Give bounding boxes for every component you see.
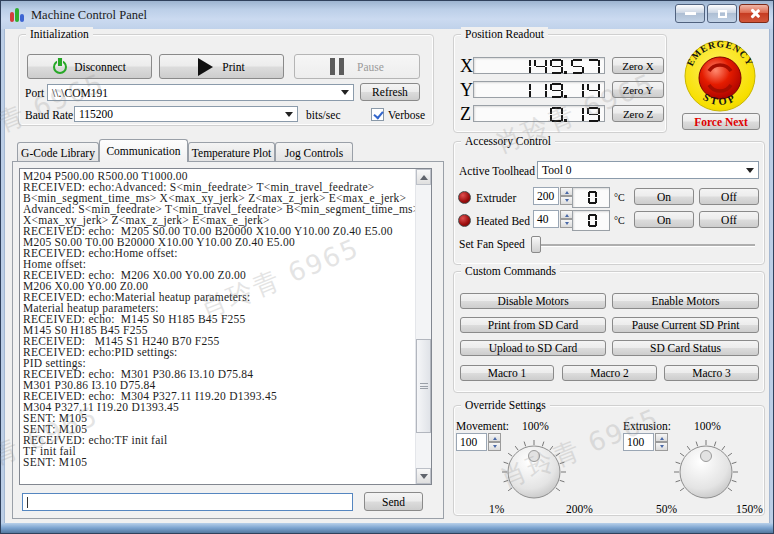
titlebar[interactable]: Machine Control Panel	[1, 1, 773, 29]
arrow-down-icon	[420, 474, 428, 483]
disconnect-button[interactable]: Disconnect	[27, 54, 152, 79]
zero-z-button[interactable]: Zero Z	[612, 105, 664, 122]
tab-label: Jog Controls	[285, 147, 343, 159]
disconnect-label: Disconnect	[74, 61, 126, 73]
pause-current-sd-button[interactable]: Pause Current SD Print	[612, 317, 759, 333]
port-label: Port	[25, 87, 44, 99]
baud-rate-combobox[interactable]: 115200	[74, 106, 298, 122]
toolhead-combobox[interactable]: Tool 0	[537, 161, 759, 179]
spin-up-button[interactable]	[655, 433, 668, 442]
gcode-log[interactable]: M204 P500.00 R500.00 T1000.00RECEIVED: e…	[19, 168, 432, 485]
force-next-button[interactable]: Force Next	[682, 113, 760, 130]
tab-jog-controls[interactable]: Jog Controls	[275, 142, 353, 162]
print-from-sd-button[interactable]: Print from SD Card	[460, 317, 606, 333]
print-button[interactable]: Print	[159, 54, 284, 79]
refresh-button[interactable]: Refresh	[360, 83, 420, 101]
heated-bed-led[interactable]	[458, 214, 471, 227]
tab-communication[interactable]: Communication	[99, 139, 188, 162]
bed-setpoint-spinner[interactable]: 40	[533, 210, 573, 228]
extrusion-min-label: 50%	[656, 503, 677, 515]
disable-motors-button[interactable]: Disable Motors	[460, 293, 606, 309]
extruder-led[interactable]	[458, 191, 471, 204]
zero-x-button[interactable]: Zero X	[612, 57, 664, 74]
log-scrollbar[interactable]	[415, 169, 431, 484]
minimize-button[interactable]	[675, 4, 705, 23]
port-combobox[interactable]: \\.\COM191	[47, 84, 354, 101]
zero-y-button[interactable]: Zero Y	[612, 81, 664, 98]
scroll-up-button[interactable]	[416, 169, 431, 185]
enable-motors-button[interactable]: Enable Motors	[612, 293, 759, 309]
fan-speed-track[interactable]	[533, 244, 755, 246]
upload-to-sd-button[interactable]: Upload to SD Card	[460, 340, 606, 356]
initialization-group: Initialization Disconnect Print Pause Po…	[18, 34, 434, 126]
send-label: Send	[382, 496, 405, 508]
tab-gcode-library[interactable]: G-Code Library	[17, 142, 99, 162]
communication-panel: M204 P500.00 R500.00 T1000.00RECEIVED: e…	[12, 161, 444, 519]
command-input[interactable]	[22, 493, 353, 511]
pause-button[interactable]: Pause	[294, 54, 420, 79]
extrusion-top-label: 100%	[694, 420, 721, 432]
movement-max-label: 200%	[566, 503, 593, 515]
macro-3-button[interactable]: Macro 3	[664, 365, 759, 381]
maximize-button[interactable]	[707, 4, 737, 23]
chevron-down-icon	[341, 90, 349, 99]
app-icon	[10, 7, 26, 23]
movement-value[interactable]: 100	[456, 433, 487, 451]
emergency-stop-button[interactable]: EMERGENCY STOP	[679, 37, 761, 115]
movement-knob[interactable]	[501, 438, 567, 504]
extruder-on-button[interactable]: On	[634, 188, 694, 205]
button-label: Disable Motors	[497, 295, 568, 307]
x-position-display	[473, 57, 605, 74]
machine-control-panel-window: Machine Control Panel 肖玲青 6965 肖玲青 6965 …	[0, 0, 774, 534]
extruder-setpoint-spinner[interactable]: 200	[533, 187, 573, 205]
baud-rate-label: Baud Rate	[25, 109, 73, 121]
extruder-setpoint-value[interactable]: 200	[533, 187, 559, 205]
override-settings-group: Override Settings Movement: 100% 100 1% …	[453, 405, 765, 516]
button-label: SD Card Status	[650, 342, 721, 354]
bed-setpoint-value[interactable]: 40	[533, 210, 559, 228]
tab-label: Communication	[106, 145, 180, 157]
active-toolhead-label: Active Toolhead	[459, 165, 535, 177]
tab-label: G-Code Library	[21, 147, 95, 159]
heated-bed-label: Heated Bed	[476, 215, 530, 227]
scrollbar-thumb[interactable]	[416, 339, 431, 433]
close-icon	[749, 8, 760, 19]
log-line: RECEIVED: echo:TF init fail	[23, 435, 413, 446]
tab-temperature-plot[interactable]: Temperature Plot	[188, 142, 275, 162]
extrusion-knob[interactable]	[673, 438, 739, 504]
custom-commands-label: Custom Commands	[461, 264, 560, 279]
close-button[interactable]	[739, 4, 769, 23]
extrusion-spinner[interactable]: 100	[623, 433, 668, 451]
zero-y-label: Zero Y	[622, 84, 653, 96]
maximize-icon	[718, 10, 727, 18]
fan-speed-slider-thumb[interactable]	[531, 236, 541, 253]
send-button[interactable]: Send	[364, 492, 423, 511]
bed-off-button[interactable]: Off	[699, 211, 759, 228]
tab-label: Temperature Plot	[192, 147, 271, 159]
extruder-temp-display	[572, 187, 610, 208]
spin-up-button[interactable]	[488, 433, 501, 442]
macro-1-button[interactable]: Macro 1	[460, 365, 554, 381]
movement-min-label: 1%	[489, 503, 504, 515]
macro-2-button[interactable]: Macro 2	[562, 365, 657, 381]
bed-temp-display	[572, 210, 610, 231]
override-settings-label: Override Settings	[461, 398, 550, 413]
button-label: Enable Motors	[651, 295, 719, 307]
on-label: On	[657, 214, 671, 226]
button-label: Upload to SD Card	[489, 342, 577, 354]
scroll-down-button[interactable]	[416, 468, 431, 484]
spin-down-button[interactable]	[488, 442, 501, 451]
baud-rate-value: 115200	[79, 108, 113, 120]
pause-icon	[330, 58, 348, 75]
play-icon	[198, 58, 213, 76]
movement-spinner[interactable]: 100	[456, 433, 501, 451]
on-label: On	[657, 191, 671, 203]
arrow-up-icon	[420, 171, 428, 180]
extrusion-max-label: 150%	[736, 503, 763, 515]
verbose-checkbox[interactable]	[371, 108, 384, 121]
sd-card-status-button[interactable]: SD Card Status	[612, 340, 759, 356]
extruder-off-button[interactable]: Off	[699, 188, 759, 205]
bed-on-button[interactable]: On	[634, 211, 694, 228]
extrusion-value[interactable]: 100	[623, 433, 654, 451]
spin-down-button[interactable]	[655, 442, 668, 451]
